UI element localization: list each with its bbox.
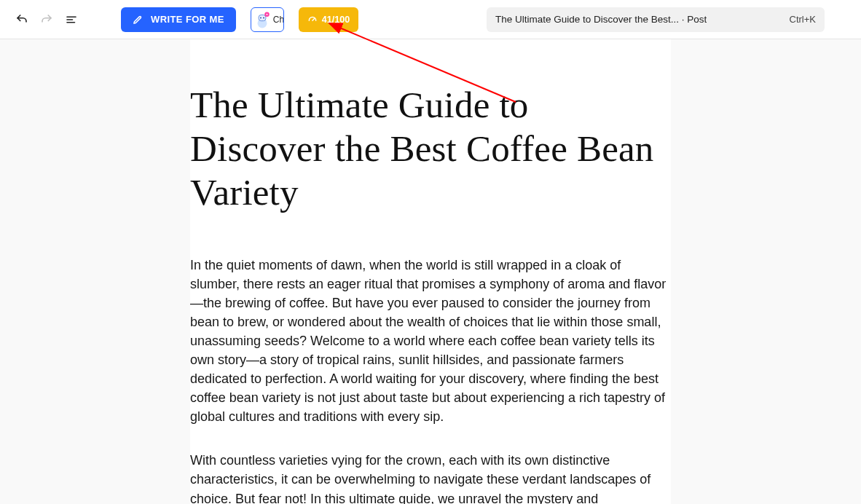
svg-point-5 — [260, 17, 262, 18]
search-shortcut: Ctrl+K — [790, 14, 816, 25]
document-paragraph[interactable]: With countless varieties vying for the c… — [190, 451, 671, 504]
svg-line-9 — [312, 18, 314, 20]
pencil-icon — [133, 14, 144, 25]
gauge-icon — [307, 15, 318, 25]
seo-score-button[interactable]: 41/100 — [299, 7, 358, 32]
svg-point-6 — [263, 17, 264, 18]
history-controls — [10, 8, 83, 31]
command-search[interactable]: The Ultimate Guide to Discover the Best.… — [487, 7, 825, 32]
document-title[interactable]: The Ultimate Guide to Discover the Best … — [190, 83, 671, 215]
robot-icon — [253, 10, 272, 29]
editor-viewport: The Ultimate Guide to Discover the Best … — [0, 39, 861, 504]
document-paragraph[interactable]: In the quiet moments of dawn, when the w… — [190, 256, 671, 427]
svg-point-8 — [266, 13, 267, 15]
redo-button[interactable] — [35, 8, 58, 31]
undo-icon — [15, 13, 28, 26]
list-icon — [65, 13, 78, 26]
assistant-chip-text: Ch — [273, 15, 284, 25]
write-button-label: WRITE FOR ME — [151, 14, 224, 25]
assistant-chip[interactable]: Ch — [251, 7, 284, 32]
undo-button[interactable] — [10, 8, 34, 31]
document[interactable]: The Ultimate Guide to Discover the Best … — [190, 39, 671, 504]
svg-rect-4 — [259, 15, 266, 20]
redo-icon — [40, 13, 53, 26]
toolbar: WRITE FOR ME Ch 41/100 The Ultimate Guid… — [0, 0, 861, 39]
search-doc-label: The Ultimate Guide to Discover the Best.… — [495, 14, 707, 25]
write-for-me-button[interactable]: WRITE FOR ME — [121, 7, 236, 32]
outline-button[interactable] — [60, 8, 83, 31]
seo-score-label: 41/100 — [322, 15, 350, 25]
